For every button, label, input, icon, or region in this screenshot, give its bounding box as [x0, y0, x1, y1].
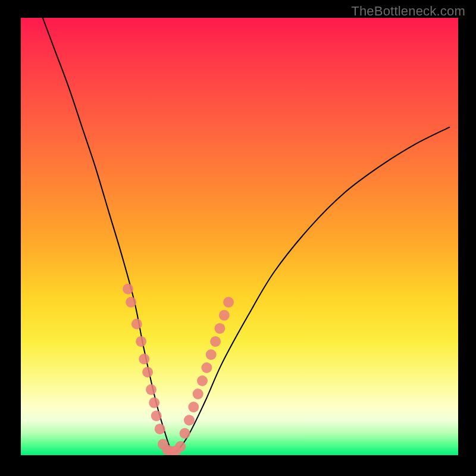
highlight-dot — [201, 362, 212, 373]
highlight-dot — [151, 411, 162, 421]
highlight-dot — [131, 319, 142, 330]
highlight-dot — [142, 367, 153, 377]
highlight-dot — [139, 353, 149, 364]
highlight-dot — [155, 424, 165, 434]
highlight-dot — [136, 336, 146, 347]
highlight-dot — [126, 297, 136, 308]
highlight-dot — [188, 402, 199, 412]
highlight-dot — [180, 428, 190, 439]
highlight-dot — [175, 441, 186, 452]
highlight-dot — [206, 349, 217, 360]
bottleneck-curve — [43, 18, 450, 453]
highlight-dot — [219, 310, 230, 321]
highlight-dot — [223, 297, 234, 308]
highlight-dot — [184, 415, 195, 425]
highlight-dot — [193, 389, 203, 399]
watermark-text: TheBottleneck.com — [351, 4, 465, 19]
highlight-dot — [149, 397, 159, 408]
highlight-dot — [123, 284, 133, 295]
curve-svg — [21, 18, 458, 455]
highlight-dot — [146, 384, 156, 395]
chart-container: TheBottleneck.com — [0, 0, 476, 476]
highlight-dot — [214, 323, 225, 334]
highlight-dots — [123, 284, 234, 455]
highlight-dot — [210, 336, 221, 347]
plot-area — [21, 18, 458, 455]
highlight-dot — [197, 375, 208, 386]
